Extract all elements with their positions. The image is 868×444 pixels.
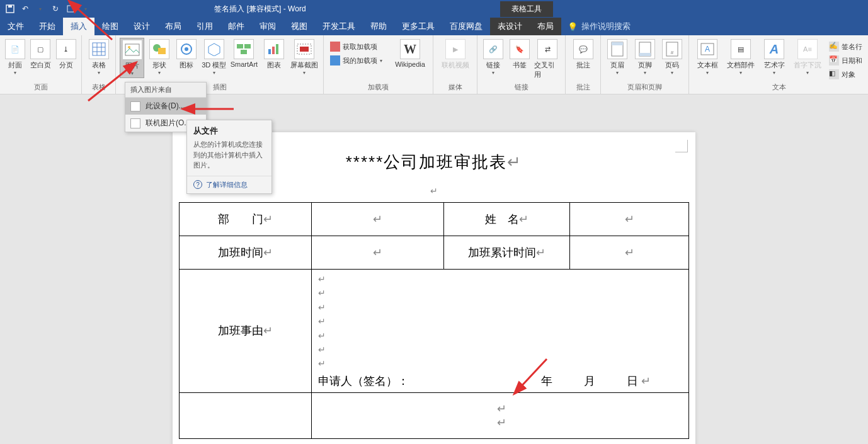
textbox-button[interactable]: A文本框▾ — [693, 38, 722, 77]
document-area[interactable]: *****公司加班审批表↵ ↵ 部 门↵ ↵ 姓 名↵ ↵ 加班时间↵ ↵ 加班… — [0, 94, 868, 444]
tab-file[interactable]: 文件 — [0, 18, 31, 35]
blank-page-button[interactable]: ▢空白页 — [29, 38, 52, 71]
object-icon: ◧ — [829, 69, 839, 79]
reason-empty-lines[interactable]: ↵↵↵↵↵↵↵ — [312, 270, 688, 373]
super-tooltip: 从文件 从您的计算机或您连接到的其他计算机中插入图片。 ? 了解详细信息 — [186, 120, 272, 194]
tab-baidu[interactable]: 百度网盘 — [442, 18, 490, 35]
sigline-icon: ✍ — [829, 42, 839, 52]
svg-rect-22 — [300, 47, 309, 52]
help-icon: ? — [193, 180, 202, 189]
page-corner-mark — [675, 140, 688, 152]
tooltip-body: 从您的计算机或您连接到的其他计算机中插入图片。 — [187, 139, 271, 176]
group-headerfooter-label: 页眉和页脚 — [601, 83, 688, 94]
cell-reason-label: 加班事由 — [218, 324, 263, 337]
annotation-arrow-2 — [82, 63, 139, 110]
cover-page-button[interactable]: 📄封面▾ — [4, 38, 26, 77]
para-mark: ↵ — [373, 213, 382, 225]
cover-page-label: 封面 — [8, 60, 22, 70]
link-button[interactable]: 🔗链接▾ — [481, 38, 505, 77]
smartart-button[interactable]: SmartArt — [229, 38, 259, 69]
icons-button[interactable]: 图标 — [174, 38, 199, 71]
save-icon[interactable] — [5, 4, 15, 14]
header-button[interactable]: 页眉▾ — [605, 38, 630, 77]
redo-icon[interactable]: ↻ — [50, 4, 60, 14]
wordart-button[interactable]: A艺术字▾ — [760, 38, 789, 77]
svg-line-31 — [76, 7, 112, 40]
tab-view[interactable]: 视图 — [283, 18, 315, 35]
shapes-button[interactable]: 形状▾ — [147, 38, 171, 77]
online-pictures-label: 联机图片(O... — [146, 118, 190, 128]
tooltip-help-label: 了解详细信息 — [206, 180, 248, 190]
tab-home[interactable]: 开始 — [31, 18, 63, 35]
my-addins-button[interactable]: 我的加载项 ▾ — [328, 54, 385, 67]
tab-moretools[interactable]: 更多工具 — [394, 18, 442, 35]
dropcap-button: A≡首字下沉▾ — [791, 38, 824, 77]
tab-tabledesign[interactable]: 表设计 — [490, 18, 530, 35]
dropcap-icon: A≡ — [797, 39, 818, 59]
footer-label: 页脚 — [638, 60, 652, 70]
tooltip-title: 从文件 — [187, 120, 271, 139]
cell-overtime-label: 加班时间 — [218, 246, 263, 259]
crossref-button[interactable]: ⇄交叉引用 — [534, 38, 561, 81]
tell-me-search[interactable]: 💡 操作说明搜索 — [561, 18, 637, 35]
sigline-label: 签名行 — [842, 42, 862, 52]
table-row: 加班时间↵ ↵ 加班累计时间↵ ↵ — [180, 236, 689, 270]
model3d-icon — [204, 39, 224, 59]
tab-design[interactable]: 设计 — [126, 18, 157, 35]
group-addins-label: 加载项 — [324, 83, 433, 94]
bookmark-button[interactable]: 🔖书签 — [508, 38, 532, 71]
wordart-icon: A — [764, 39, 784, 59]
pagenum-button[interactable]: #页码▾ — [660, 38, 685, 77]
screenshot-button[interactable]: 屏幕截图▾ — [289, 38, 319, 77]
undo-icon[interactable]: ↶ — [20, 4, 30, 14]
tab-help[interactable]: 帮助 — [363, 18, 394, 35]
cell-dept-label: 部 门 — [218, 213, 263, 225]
online-video-button: ▶联机视频 — [437, 38, 473, 71]
approval-table[interactable]: 部 门↵ ↵ 姓 名↵ ↵ 加班时间↵ ↵ 加班累计时间↵ ↵ 加班事由↵ ↵↵… — [179, 202, 689, 439]
para-mark: ↵ — [625, 246, 634, 259]
day-label: 日 — [627, 375, 638, 387]
undo-dropdown-icon[interactable]: ▾ — [35, 4, 45, 14]
textbox-label: 文本框 — [697, 60, 718, 70]
svg-rect-8 — [125, 44, 139, 55]
tab-layout[interactable]: 布局 — [157, 18, 189, 35]
applicant-line[interactable]: 申请人（签名）： 年 月 日 ↵ — [312, 373, 688, 392]
tab-review[interactable]: 审阅 — [252, 18, 283, 35]
quickparts-button[interactable]: ▤文档部件▾ — [724, 38, 757, 77]
video-label: 联机视频 — [442, 60, 469, 70]
footer-icon — [635, 39, 655, 59]
svg-line-34 — [520, 359, 547, 387]
wikipedia-button[interactable]: WWikipedia — [391, 38, 429, 69]
smartart-icon — [234, 39, 254, 59]
tab-developer[interactable]: 开发工具 — [315, 18, 363, 35]
tab-references[interactable]: 引用 — [189, 18, 220, 35]
cover-page-icon: 📄 — [5, 39, 25, 59]
screenshot-icon — [294, 39, 314, 59]
chart-button[interactable]: 图表 — [262, 38, 287, 71]
comment-label: 批注 — [576, 60, 590, 70]
tell-me-label: 操作说明搜索 — [581, 21, 631, 32]
video-icon: ▶ — [445, 39, 465, 59]
bookmark-icon: 🔖 — [510, 39, 530, 59]
group-links: 🔗链接▾ 🔖书签 ⇄交叉引用 链接 — [477, 35, 566, 94]
model3d-button[interactable]: 3D 模型▾ — [202, 38, 226, 77]
crossref-icon: ⇄ — [537, 39, 557, 59]
tooltip-help-link[interactable]: ? 了解详细信息 — [187, 176, 271, 193]
cell-name-label: 姓 名 — [485, 213, 519, 225]
title-bar: ↶ ▾ ↻ ▾ 签名插入 [兼容模式] - Word 表格工具 — [0, 0, 868, 18]
comment-button[interactable]: 💬批注 — [569, 38, 597, 71]
svg-rect-11 — [158, 48, 166, 54]
svg-rect-19 — [272, 47, 275, 54]
tab-tablelayout[interactable]: 布局 — [530, 18, 561, 35]
object-button[interactable]: ◧对象 — [826, 68, 865, 81]
group-headerfooter: 页眉▾ 页脚▾ #页码▾ 页眉和页脚 — [601, 35, 689, 94]
tab-mailings[interactable]: 邮件 — [220, 18, 252, 35]
svg-rect-24 — [612, 42, 623, 45]
get-addins-button[interactable]: 获取加载项 — [328, 40, 385, 53]
shapes-label: 形状 — [152, 60, 166, 70]
svg-rect-15 — [237, 44, 243, 48]
contextual-tab-label: 表格工具 — [500, 1, 553, 17]
datetime-button[interactable]: 📅日期和 — [826, 54, 865, 67]
footer-button[interactable]: 页脚▾ — [632, 38, 658, 77]
sigline-button[interactable]: ✍签名行 — [826, 40, 865, 53]
